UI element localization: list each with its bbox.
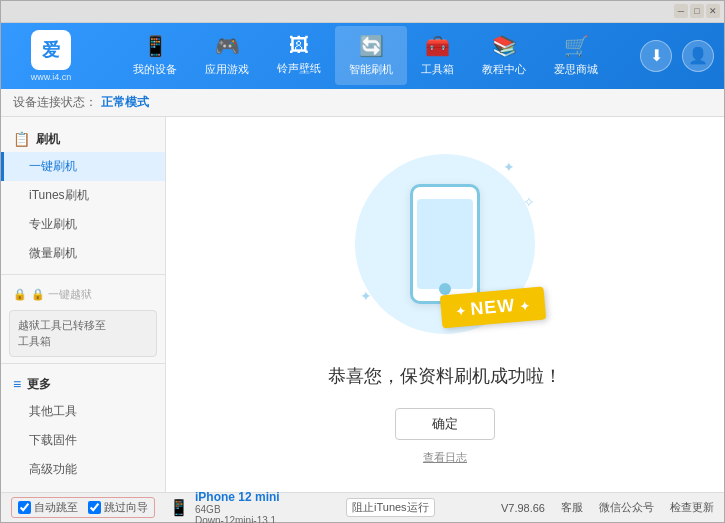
sidebar-divider-2 — [1, 363, 165, 364]
download-fw-label: 下载固件 — [29, 433, 77, 447]
itunes-flash-label: iTunes刷机 — [29, 188, 89, 202]
sidebar-item-download-fw[interactable]: 下载固件 — [1, 426, 165, 455]
device-icon: 📱 — [169, 498, 189, 517]
content-area: ✦ ✧ ✦ NEW 恭喜您，保资料刷机成功啦！ 确定 查看日志 — [166, 117, 724, 492]
main-layout: 📋 刷机 一键刷机 iTunes刷机 专业刷机 微量刷机 🔒 🔒 一键越狱 越狱 — [1, 117, 724, 492]
stop-itunes-section: 阻止iTunes运行 — [346, 498, 435, 517]
sidebar-item-save-flash[interactable]: 微量刷机 — [1, 239, 165, 268]
other-tools-label: 其他工具 — [29, 404, 77, 418]
auto-jump-label: 自动跳至 — [34, 500, 78, 515]
disabled-label: 🔒 一键越狱 — [31, 287, 92, 302]
auto-jump-input[interactable] — [18, 501, 31, 514]
status-bar: 设备连接状态： 正常模式 — [1, 89, 724, 117]
close-button[interactable]: ✕ — [706, 4, 720, 18]
nav-my-device[interactable]: 📱 我的设备 — [119, 26, 191, 85]
logo-icon: 爱 — [31, 30, 71, 70]
flash-group-label: 刷机 — [36, 131, 60, 148]
lock-icon: 🔒 — [13, 288, 27, 301]
nav-wallpaper[interactable]: 🖼 铃声壁纸 — [263, 26, 335, 85]
advanced-label: 高级功能 — [29, 462, 77, 476]
skip-wizard-input[interactable] — [88, 501, 101, 514]
sidebar: 📋 刷机 一键刷机 iTunes刷机 专业刷机 微量刷机 🔒 🔒 一键越狱 越狱 — [1, 117, 166, 492]
minimize-button[interactable]: ─ — [674, 4, 688, 18]
sidebar-item-pro-flash[interactable]: 专业刷机 — [1, 210, 165, 239]
phone-home-btn — [439, 283, 451, 295]
maximize-button[interactable]: □ — [690, 4, 704, 18]
device-info: 📱 iPhone 12 mini 64GB Down-12mini-13,1 — [169, 490, 280, 523]
phone-screen — [417, 199, 473, 289]
skip-wizard-label: 跳过向导 — [104, 500, 148, 515]
sidebar-disabled-jailbreak: 🔒 🔒 一键越狱 — [1, 281, 165, 306]
user-button[interactable]: 👤 — [682, 40, 714, 72]
tools-label: 工具箱 — [421, 62, 454, 77]
tools-icon: 🧰 — [425, 34, 450, 58]
tutorial-label: 教程中心 — [482, 62, 526, 77]
bottom-right: V7.98.66 客服 微信公众号 检查更新 — [501, 500, 714, 515]
support-link[interactable]: 客服 — [561, 500, 583, 515]
title-bar: ─ □ ✕ — [1, 1, 724, 23]
sidebar-item-advanced[interactable]: 高级功能 — [1, 455, 165, 484]
auto-jump-checkbox[interactable]: 自动跳至 — [18, 500, 78, 515]
sidebar-item-one-key-flash[interactable]: 一键刷机 — [1, 152, 165, 181]
bottom-left: 自动跳至 跳过向导 📱 iPhone 12 mini 64GB Down-12m… — [11, 490, 280, 523]
smart-flash-label: 智能刷机 — [349, 62, 393, 77]
phone-body — [410, 184, 480, 304]
device-model: Down-12mini-13,1 — [195, 515, 280, 523]
sidebar-item-itunes-flash[interactable]: iTunes刷机 — [1, 181, 165, 210]
sparkle-2: ✧ — [523, 194, 535, 210]
app-game-icon: 🎮 — [215, 34, 240, 58]
status-label: 设备连接状态： — [13, 94, 97, 111]
stop-itunes-button[interactable]: 阻止iTunes运行 — [346, 498, 435, 517]
app-game-label: 应用游戏 — [205, 62, 249, 77]
view-log-link[interactable]: 查看日志 — [423, 450, 467, 465]
header: 爱 www.i4.cn 📱 我的设备 🎮 应用游戏 🖼 铃声壁纸 🔄 智能刷机 — [1, 23, 724, 89]
store-label: 爱思商城 — [554, 62, 598, 77]
jailbreak-note: 越狱工具已转移至工具箱 — [18, 319, 106, 348]
status-value: 正常模式 — [101, 94, 149, 111]
one-key-flash-label: 一键刷机 — [29, 159, 77, 173]
version-text: V7.98.66 — [501, 502, 545, 514]
phone-illustration: ✦ ✧ ✦ NEW — [345, 144, 545, 344]
save-flash-label: 微量刷机 — [29, 246, 77, 260]
wechat-link[interactable]: 微信公众号 — [599, 500, 654, 515]
success-message: 恭喜您，保资料刷机成功啦！ — [328, 364, 562, 388]
device-details: iPhone 12 mini 64GB Down-12mini-13,1 — [195, 490, 280, 523]
check-update-link[interactable]: 检查更新 — [670, 500, 714, 515]
sidebar-group-more: ≡ 更多 — [1, 370, 165, 397]
tutorial-icon: 📚 — [492, 34, 517, 58]
nav-tools[interactable]: 🧰 工具箱 — [407, 26, 468, 85]
download-button[interactable]: ⬇ — [640, 40, 672, 72]
device-storage: 64GB — [195, 504, 280, 515]
flash-group-icon: 📋 — [13, 131, 30, 147]
logo-site: www.i4.cn — [31, 72, 72, 82]
wallpaper-icon: 🖼 — [289, 34, 309, 57]
skip-wizard-checkbox[interactable]: 跳过向导 — [88, 500, 148, 515]
nav-app-game[interactable]: 🎮 应用游戏 — [191, 26, 263, 85]
sidebar-divider-1 — [1, 274, 165, 275]
logo: 爱 www.i4.cn — [11, 30, 91, 82]
sidebar-group-flash: 📋 刷机 — [1, 125, 165, 152]
sparkle-3: ✦ — [360, 288, 372, 304]
store-icon: 🛒 — [564, 34, 589, 58]
sparkle-1: ✦ — [503, 159, 515, 175]
bottom-bar: 自动跳至 跳过向导 📱 iPhone 12 mini 64GB Down-12m… — [1, 492, 724, 522]
nav-bar: 📱 我的设备 🎮 应用游戏 🖼 铃声壁纸 🔄 智能刷机 🧰 工具箱 📚 — [91, 26, 640, 85]
my-device-icon: 📱 — [143, 34, 168, 58]
nav-store[interactable]: 🛒 爱思商城 — [540, 26, 612, 85]
smart-flash-icon: 🔄 — [359, 34, 384, 58]
nav-tutorial[interactable]: 📚 教程中心 — [468, 26, 540, 85]
confirm-button[interactable]: 确定 — [395, 408, 495, 440]
header-right: ⬇ 👤 — [640, 40, 714, 72]
sidebar-note-jailbreak: 越狱工具已转移至工具箱 — [9, 310, 157, 357]
sidebar-item-other-tools[interactable]: 其他工具 — [1, 397, 165, 426]
wallpaper-label: 铃声壁纸 — [277, 61, 321, 76]
nav-smart-flash[interactable]: 🔄 智能刷机 — [335, 26, 407, 85]
more-group-label: 更多 — [27, 376, 51, 393]
pro-flash-label: 专业刷机 — [29, 217, 77, 231]
my-device-label: 我的设备 — [133, 62, 177, 77]
more-group-icon: ≡ — [13, 376, 21, 392]
